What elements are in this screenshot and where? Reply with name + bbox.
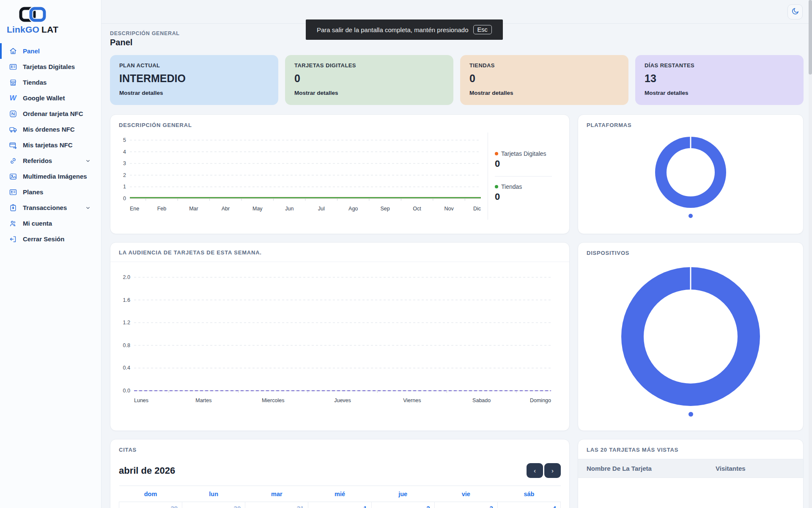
calendar-day-cell[interactable]: 3 xyxy=(434,502,497,508)
dark-mode-toggle[interactable] xyxy=(787,4,803,19)
stat-card-tiendas: TIENDAS0Mostrar detalles xyxy=(460,55,628,105)
stat-card-tarjetas-digitales: TARJETAS DIGITALES0Mostrar detalles xyxy=(285,55,453,105)
app-logo: LinkGOLAT xyxy=(0,0,101,37)
calendar-prev-button[interactable]: ‹ xyxy=(527,463,543,478)
audience-chart-panel: LA AUDIENCIA DE TARJETAS DE ESTA SEMANA.… xyxy=(110,242,570,431)
svg-text:Martes: Martes xyxy=(195,398,211,403)
sidebar-item-label: Referidos xyxy=(23,157,52,164)
devices-title: DISPOSITIVOS xyxy=(578,243,803,260)
weekday-header-sab[interactable]: sáb xyxy=(497,486,560,502)
svg-text:Sabado: Sabado xyxy=(472,398,491,403)
sidebar-item-ordenar-tarjeta-nfc[interactable]: Ordenar tarjeta NFC xyxy=(0,106,101,121)
sidebar-item-label: Cerrar Sesión xyxy=(23,235,64,243)
weekday-header-jue[interactable]: jue xyxy=(371,486,434,502)
legend-item-tiendas: Tiendas0 xyxy=(495,183,552,202)
svg-text:Jul: Jul xyxy=(318,206,325,212)
svg-text:Domingo: Domingo xyxy=(530,398,551,403)
sidebar-item-mis-ordenes-nfc[interactable]: Mis órdenes NFC xyxy=(0,121,101,137)
show-details-link[interactable]: Mostrar detalles xyxy=(294,90,444,96)
sidebar-item-cerrar-sesion[interactable]: Cerrar Sesión xyxy=(0,231,101,247)
show-details-link[interactable]: Mostrar detalles xyxy=(645,90,794,96)
calendar-next-button[interactable]: › xyxy=(544,463,561,478)
sidebar-item-referidos[interactable]: Referidos xyxy=(0,153,101,168)
chevron-down-icon xyxy=(85,158,91,164)
weekday-header-vie[interactable]: vie xyxy=(434,486,497,502)
image-icon xyxy=(8,172,17,181)
show-details-link[interactable]: Mostrar detalles xyxy=(469,90,619,96)
stat-card-plan-actual: PLAN ACTUALINTERMEDIOMostrar detalles xyxy=(110,55,278,105)
fullscreen-toast: Para salir de la pantalla completa, mant… xyxy=(306,19,503,40)
calendar-day-cell[interactable]: 2 xyxy=(371,502,434,508)
google-wallet-icon: W xyxy=(8,94,17,102)
svg-text:Viernes: Viernes xyxy=(403,398,421,403)
overview-line-chart: 012345EneFebMarAbrMayJunJulAgoSepOctNovD… xyxy=(117,133,485,220)
show-details-link[interactable]: Mostrar detalles xyxy=(119,90,269,96)
donut-hole xyxy=(644,290,738,384)
sidebar-item-panel[interactable]: Panel xyxy=(0,43,101,59)
brand-blue: LinkGO xyxy=(7,25,39,34)
column-card-name: Nombre De La Tarjeta xyxy=(587,465,716,472)
stat-card-dias-restantes: DÍAS RESTANTES13Mostrar detalles xyxy=(635,55,804,105)
svg-text:1.6: 1.6 xyxy=(123,297,130,303)
sidebar-item-tiendas[interactable]: Tiendas xyxy=(0,75,101,90)
sidebar-item-tarjetas-digitales[interactable]: Tarjetas Digitales xyxy=(0,59,101,75)
svg-text:Ago: Ago xyxy=(348,206,358,212)
stat-card-title: PLAN ACTUAL xyxy=(119,62,269,69)
legend-divider xyxy=(495,176,552,177)
svg-text:Oct: Oct xyxy=(413,206,421,212)
logout-icon xyxy=(8,235,17,243)
svg-text:3: 3 xyxy=(123,160,126,166)
sidebar-item-label: Tarjetas Digitales xyxy=(23,63,75,70)
donut-hole xyxy=(667,148,715,196)
svg-text:Mar: Mar xyxy=(189,206,198,212)
legend-value: 0 xyxy=(495,158,552,169)
svg-text:0.8: 0.8 xyxy=(123,342,130,348)
svg-text:Ene: Ene xyxy=(130,206,139,212)
stat-card-value: INTERMEDIO xyxy=(119,72,269,85)
sidebar-item-mi-cuenta[interactable]: Mi cuenta xyxy=(0,215,101,231)
donut-slice-gap xyxy=(690,137,691,148)
svg-text:Dic: Dic xyxy=(473,206,481,212)
stat-card-value: 0 xyxy=(469,72,619,85)
calendar-day-cell[interactable]: 1 xyxy=(308,502,371,508)
toast-message: Para salir de la pantalla completa, mant… xyxy=(317,26,469,33)
overview-chart-title: DESCRIPCIÓN GENERAL xyxy=(110,115,569,132)
sidebar-item-label: Multimedia Imágenes xyxy=(23,173,87,180)
sidebar-item-transacciones[interactable]: Transacciones xyxy=(0,200,101,215)
sidebar-item-label: Mi cuenta xyxy=(23,220,52,227)
calendar-day-cell[interactable]: 31 xyxy=(245,502,308,508)
account-icon xyxy=(8,219,17,228)
sidebar-item-mis-tarjetas-nfc[interactable]: Mis tarjetas NFC xyxy=(0,137,101,153)
card-arrow-icon xyxy=(8,141,17,149)
stat-card-title: DÍAS RESTANTES xyxy=(645,62,794,69)
donut-legend-dot[interactable] xyxy=(689,412,693,417)
weekday-header-mie[interactable]: mié xyxy=(308,486,371,502)
appointments-calendar: domlunmarmiéjueviesáb 2930311234 xyxy=(119,486,561,508)
linkgo-logo-icon xyxy=(19,6,47,24)
donut-legend-dot[interactable] xyxy=(689,214,693,218)
transactions-icon xyxy=(8,203,17,212)
scrollbar-track[interactable] xyxy=(809,0,812,508)
calendar-day-cell[interactable]: 4 xyxy=(497,502,560,508)
svg-text:Jueves: Jueves xyxy=(334,398,351,403)
weekday-header-mar[interactable]: mar xyxy=(245,486,308,502)
devices-panel: DISPOSITIVOS xyxy=(578,242,804,431)
calendar-day-cell[interactable]: 30 xyxy=(182,502,245,508)
sidebar-item-label: Mis órdenes NFC xyxy=(23,126,75,133)
donut-slice-gap xyxy=(690,267,691,290)
sidebar-item-google-wallet[interactable]: WGoogle Wallet xyxy=(0,90,101,106)
weekday-header-lun[interactable]: lun xyxy=(182,486,245,502)
legend-dot xyxy=(495,185,498,188)
appointments-panel: CITAS abril de 2026 ‹ › domlunmarmiéjuev… xyxy=(110,439,570,508)
truck-icon xyxy=(8,125,17,134)
top-cards-table-header: Nombre De La Tarjeta Visitantes xyxy=(578,459,803,478)
sidebar-item-planes[interactable]: Planes xyxy=(0,184,101,200)
svg-text:4: 4 xyxy=(123,149,126,155)
scrollbar-thumb[interactable] xyxy=(809,0,812,75)
svg-text:2.0: 2.0 xyxy=(123,274,130,280)
legend-item-tarjetas-digitales: Tarjetas Digitales0 xyxy=(495,150,552,169)
calendar-day-cell[interactable]: 29 xyxy=(119,502,182,508)
weekday-header-dom[interactable]: dom xyxy=(119,486,182,502)
sidebar-item-multimedia-imagenes[interactable]: Multimedia Imágenes xyxy=(0,168,101,184)
donut-ring xyxy=(655,137,726,208)
